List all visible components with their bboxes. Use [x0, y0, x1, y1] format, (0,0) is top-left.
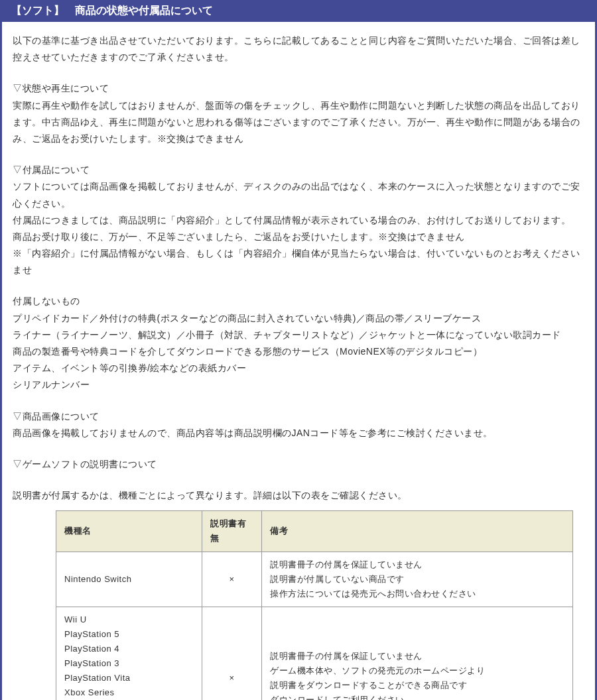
section-title: 【ソフト】 商品の状態や付属品について [11, 5, 213, 16]
accessory-text-1: ソフトについては商品画像を掲載しておりませんが、ディスクのみの出品ではなく、本来… [13, 178, 584, 211]
excluded-text-2: ライナー（ライナーノーツ、解説文）／小冊子（対訳、チャプターリストなど）／ジャケ… [13, 327, 584, 343]
intro-paragraph: 以下の基準に基づき出品させていただいております。こちらに記載してあることと同じ内… [13, 32, 584, 66]
cell-model: Wii UPlayStation 5PlayStation 4PlayStati… [56, 607, 202, 700]
document-body: 以下の基準に基づき出品させていただいております。こちらに記載してあることと同じ内… [2, 22, 595, 700]
cell-note: 説明書冊子の付属を保証していませんゲーム機本体や、ソフトの発売元のホームページよ… [262, 607, 573, 700]
accessory-text-4: ※「内容紹介」に付属品情報がない場合、もしくは「内容紹介」欄自体が見当たらない場… [13, 245, 584, 278]
cell-has: × [202, 607, 262, 700]
manual-text: 説明書が付属するかは、機種ごとによって異なります。詳細は以下の表をご確認ください… [13, 487, 584, 504]
cell-model: Nintendo Switch [56, 552, 202, 607]
table-header-model: 機種名 [56, 511, 202, 552]
cell-note: 説明書冊子の付属を保証していません説明書が付属していない商品です操作方法について… [262, 552, 573, 607]
manual-table-body: Nintendo Switch×説明書冊子の付属を保証していません説明書が付属し… [56, 552, 573, 700]
accessory-text-3: 商品お受け取り後に、万が一、不足等ございましたら、ご返品をお受けいたします。※交… [13, 229, 584, 245]
accessory-heading: ▽付属品について [13, 162, 584, 178]
image-text: 商品画像を掲載しておりませんので、商品内容等は商品説明欄のJANコード等をご参考… [13, 425, 584, 441]
table-header-note: 備考 [262, 511, 573, 552]
image-heading: ▽商品画像について [13, 408, 584, 425]
document-container: 【ソフト】 商品の状態や付属品について 以下の基準に基づき出品させていただいてお… [0, 0, 597, 700]
excluded-text-5: シリアルナンバー [13, 377, 584, 393]
excluded-heading: 付属しないもの [13, 293, 584, 310]
excluded-text-1: プリペイドカード／外付けの特典(ポスターなどの商品に封入されていない特典)／商品… [13, 310, 584, 327]
excluded-text-3: 商品の製造番号や特典コードを介してダウンロードできる形態のサービス（MovieN… [13, 343, 584, 360]
excluded-text-4: アイテム、イベント等の引換券/絵本などの表紙カバー [13, 360, 584, 377]
condition-heading: ▽状態や再生について [13, 80, 584, 97]
table-row: Wii UPlayStation 5PlayStation 4PlayStati… [56, 607, 573, 700]
cell-has: × [202, 552, 262, 607]
table-header-has: 説明書有無 [202, 511, 262, 552]
manual-heading: ▽ゲームソフトの説明書について [13, 456, 584, 473]
manual-table: 機種名 説明書有無 備考 Nintendo Switch×説明書冊子の付属を保証… [56, 510, 573, 700]
table-row: Nintendo Switch×説明書冊子の付属を保証していません説明書が付属し… [56, 552, 573, 607]
accessory-text-2: 付属品につきましては、商品説明に「内容紹介」として付属品情報が表示されている場合… [13, 212, 584, 229]
condition-text: 実際に再生や動作を試してはおりませんが、盤面等の傷をチェックし、再生や動作に問題… [13, 97, 584, 148]
section-header: 【ソフト】 商品の状態や付属品について [2, 0, 595, 22]
